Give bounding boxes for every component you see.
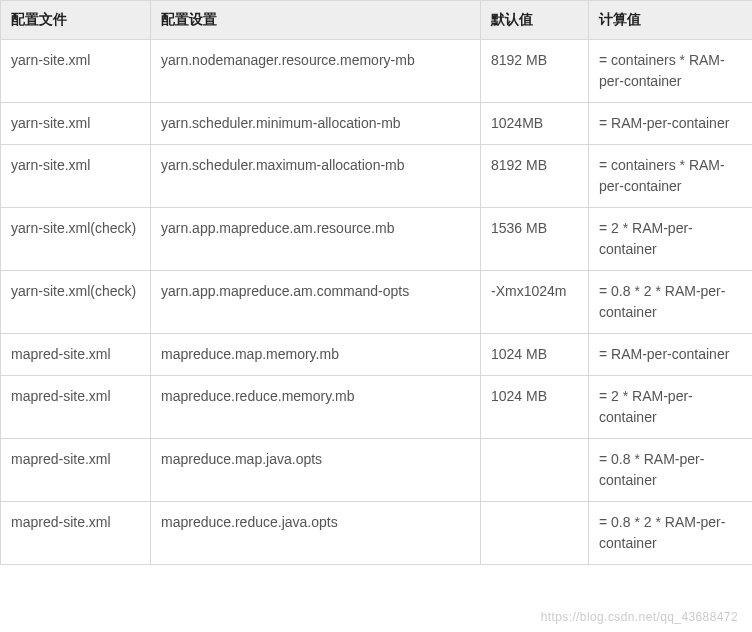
cell-default: 1024 MB [481,376,589,439]
table-row: mapred-site.xml mapreduce.reduce.java.op… [1,502,753,565]
cell-default: -Xmx1024m [481,271,589,334]
cell-default: 1024 MB [481,334,589,376]
cell-calc: = containers * RAM-per-container [589,145,753,208]
header-setting: 配置设置 [151,1,481,40]
cell-file: yarn-site.xml [1,40,151,103]
table-row: yarn-site.xml(check) yarn.app.mapreduce.… [1,271,753,334]
cell-default: 8192 MB [481,40,589,103]
cell-file: yarn-site.xml [1,145,151,208]
table-row: mapred-site.xml mapreduce.map.memory.mb … [1,334,753,376]
config-table: 配置文件 配置设置 默认值 计算值 yarn-site.xml yarn.nod… [0,0,752,565]
cell-setting: mapreduce.map.memory.mb [151,334,481,376]
cell-file: yarn-site.xml [1,103,151,145]
cell-setting: mapreduce.map.java.opts [151,439,481,502]
header-calc: 计算值 [589,1,753,40]
header-row: 配置文件 配置设置 默认值 计算值 [1,1,753,40]
header-file: 配置文件 [1,1,151,40]
cell-file: yarn-site.xml(check) [1,271,151,334]
cell-default: 1536 MB [481,208,589,271]
cell-file: yarn-site.xml(check) [1,208,151,271]
cell-calc: = RAM-per-container [589,103,753,145]
cell-setting: mapreduce.reduce.java.opts [151,502,481,565]
cell-setting: yarn.scheduler.maximum-allocation-mb [151,145,481,208]
cell-file: mapred-site.xml [1,502,151,565]
cell-setting: yarn.app.mapreduce.am.command-opts [151,271,481,334]
cell-file: mapred-site.xml [1,439,151,502]
table-row: mapred-site.xml mapreduce.map.java.opts … [1,439,753,502]
cell-default [481,439,589,502]
cell-setting: mapreduce.reduce.memory.mb [151,376,481,439]
table-row: yarn-site.xml yarn.scheduler.maximum-all… [1,145,753,208]
cell-calc: = 2 * RAM-per-container [589,376,753,439]
cell-setting: yarn.app.mapreduce.am.resource.mb [151,208,481,271]
cell-calc: = containers * RAM-per-container [589,40,753,103]
cell-setting: yarn.scheduler.minimum-allocation-mb [151,103,481,145]
cell-default: 8192 MB [481,145,589,208]
cell-setting: yarn.nodemanager.resource.memory-mb [151,40,481,103]
table-row: yarn-site.xml yarn.scheduler.minimum-all… [1,103,753,145]
table-body: yarn-site.xml yarn.nodemanager.resource.… [1,40,753,565]
cell-file: mapred-site.xml [1,334,151,376]
cell-default [481,502,589,565]
cell-calc: = 0.8 * 2 * RAM-per-container [589,271,753,334]
cell-file: mapred-site.xml [1,376,151,439]
table-row: yarn-site.xml(check) yarn.app.mapreduce.… [1,208,753,271]
cell-calc: = RAM-per-container [589,334,753,376]
cell-default: 1024MB [481,103,589,145]
header-default: 默认值 [481,1,589,40]
table-row: mapred-site.xml mapreduce.reduce.memory.… [1,376,753,439]
table-row: yarn-site.xml yarn.nodemanager.resource.… [1,40,753,103]
cell-calc: = 0.8 * 2 * RAM-per-container [589,502,753,565]
cell-calc: = 0.8 * RAM-per-container [589,439,753,502]
cell-calc: = 2 * RAM-per-container [589,208,753,271]
